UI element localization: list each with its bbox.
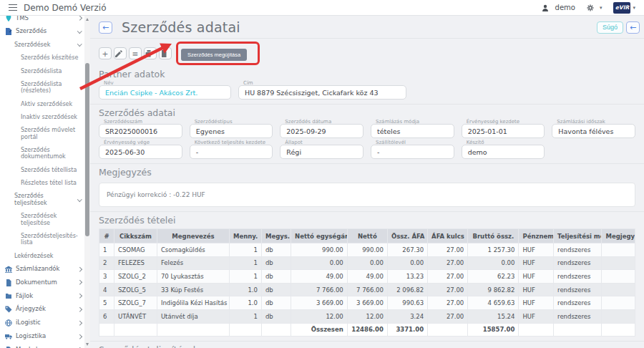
field-sz-ml-z-si-id-szak[interactable]: Számlázási időszakHavonta féléves [552,124,635,138]
list-button[interactable]: ≡ [129,47,142,59]
hamburger-menu-icon[interactable] [9,4,17,11]
sidebar-item[interactable]: Árjegyzék [0,303,84,316]
table-cell: 12.00 [291,309,348,323]
field-sz-ml-z-s-m-dja[interactable]: Számlázás módjatételes [371,124,454,138]
annotation-highlight-box: Szerződés megújítása [176,42,260,65]
sidebar: TMSSzerződésSzerződésekSzerződés készíté… [0,16,84,348]
sidebar-item[interactable]: TMS [0,16,84,25]
settings-menu[interactable]: ▾ [587,4,602,11]
sidebar-item[interactable]: Aktiv szerződések [0,97,84,110]
sidebar-item[interactable]: Szerződések [0,39,84,52]
table-cell [554,323,602,337]
field-label: Érvényesség kezdete [467,119,520,125]
field-sz-ll-t-lev-l[interactable]: Szállítólevél- [371,145,454,159]
column-header: Cikkszám [114,229,157,243]
sidebar-scrollbar[interactable] [84,16,90,348]
field-k-sz-t-[interactable]: Készítődemo [462,145,545,159]
table-cell: 49.00 [347,270,387,284]
sidebar-item[interactable]: Lekérdezések [0,249,84,262]
sidebar-item[interactable]: Szerződéslista (részletes) [0,77,84,97]
sidebar-item-label: Aktiv szerződések [21,101,81,108]
sidebar-item[interactable]: iLogistic [0,316,84,330]
table-cell: db [261,283,291,296]
note-text: Pénzügyi korrekció : -0.22 HUF [99,183,635,207]
column-header: # [99,229,114,243]
field-c-m[interactable]: CímHU 8879 Szécsisziget, Cickafark köz 4… [238,85,406,100]
sidebar-item[interactable]: Munkalap [0,343,84,348]
fulfillments-section: Szerződés teljesítések #Bizonylat tétel … [90,342,644,348]
field-value: HU 8879 Szécsisziget, Cickafark köz 43 [245,89,379,97]
gear-icon [587,4,594,11]
chevron-down-icon [77,29,82,33]
sidebar-item[interactable]: Szerződés teljesítések [0,190,84,210]
sidebar-item-label: TMS [16,16,76,21]
partner-section: Partner adatok NévEncián Csipke - Akácos… [90,66,644,105]
print-button[interactable] [144,47,157,59]
caret-down-icon: ▾ [600,5,602,11]
table-cell [602,309,635,323]
sidebar-item[interactable]: Részletes tétel lista [0,177,84,190]
sidebar-item[interactable]: Szerződés [0,25,84,39]
field-n-v[interactable]: NévEncián Csipke - Akácos Zrt. [99,85,231,100]
top-bar: Demo Demó Verzió demo ▾ eVIR ▾ [0,0,644,16]
scroll-up-icon[interactable] [86,18,89,21]
back-button[interactable]: ← [99,21,112,34]
globe-icon [5,319,12,327]
sidebar-item[interactable]: Dokumentum [0,276,84,289]
sidebar-item-label: Szerződéslista (részletes) [21,81,81,95]
field-label: Szállítólevél [376,140,406,145]
sidebar-item[interactable]: Fájlok [0,289,84,303]
field-szerz-d-st-pus[interactable]: SzerződéstípusEgyenes [190,124,273,138]
back-button-right[interactable]: ← [626,21,640,34]
field--llapot[interactable]: ÁllapotRégi [280,145,364,159]
table-row: 4SZOLG_533 Kúp Festés1.0db7 766.007 766.… [99,283,635,296]
help-button[interactable]: Súgó [597,21,623,34]
chevron-right-icon [77,334,82,339]
chevron-right-icon [77,280,82,284]
page-title: Szerződés adatai [122,19,240,35]
table-cell: HUF [519,270,554,284]
sidebar-item[interactable]: Számlázandók [0,263,84,276]
sidebar-item[interactable]: Szerződés művelet portál [0,124,84,144]
contract-renew-button[interactable]: Szerződés megújítása [181,49,247,61]
scroll-down-icon[interactable] [86,343,89,346]
table-cell: HUF [519,256,554,270]
sidebar-item[interactable]: Logisztika [0,329,84,343]
brand-menu[interactable]: eVIR ▾ [613,2,635,14]
brand-logo: eVIR [613,2,630,14]
field-value: Régi [286,148,301,156]
table-cell: SZOLG_5 [114,283,157,296]
sidebar-item-label: Részletes tétel lista [21,180,81,187]
sidebar-item[interactable]: Szerződés készítése [0,52,84,64]
sidebar-item[interactable]: Szerződések teljesítése [0,210,84,230]
table-cell [519,323,554,337]
document-button[interactable] [159,47,172,59]
table-cell: 49.00 [291,270,348,284]
app-window: Demo Demó Verzió demo ▾ eVIR ▾ TMSSzerző… [0,0,644,348]
user-name: demo [555,4,575,11]
chevron-right-icon [77,16,82,20]
table-cell: db [261,309,291,323]
chevron-down-icon [77,42,82,47]
table-row: 6UTÁNVÉTUtánvét díja1db12.0012.003.2427.… [99,309,635,323]
field-k-vetkez-teljes-t-s-kezdete[interactable]: Következő teljesítés kezdete- [190,145,273,159]
sidebar-item[interactable]: Szerződéslista [0,64,84,77]
field-szerz-d-s-d-tuma[interactable]: Szerződés dátuma2025-09-29 [280,124,364,138]
note-section: Megjegyzés Pénzügyi korrekció : -0.22 HU… [90,164,644,212]
sidebar-item[interactable]: Szerződésteljesítés-lista [0,229,84,249]
sidebar-item-label: Szerződés [16,28,76,35]
field--rv-nyess-g-v-ge[interactable]: Érvényesség vége2025-06-30 [99,145,182,159]
sidebar-scrollbar-thumb[interactable] [85,63,89,236]
sidebar-item[interactable]: Szerződés tétellista [0,163,84,176]
field-szerz-d-ssz-m[interactable]: SzerződésszámSR2025000016 [99,124,182,138]
edit-button[interactable] [114,47,127,59]
add-button[interactable]: + [99,47,112,59]
field-label: Név [104,80,114,86]
column-header: Menny. [229,229,261,243]
sidebar-item[interactable]: Szerződés dokumentumok [0,144,84,164]
user-menu[interactable]: demo [542,4,575,11]
sidebar-item[interactable]: Inaktiv szerződések [0,110,84,123]
field-label: Következő teljesítés kezdete [195,140,265,145]
field--rv-nyess-g-kezdete[interactable]: Érvényesség kezdete2025-01-01 [462,124,545,138]
content-header: ← Szerződés adatai Súgó ← [90,16,644,39]
